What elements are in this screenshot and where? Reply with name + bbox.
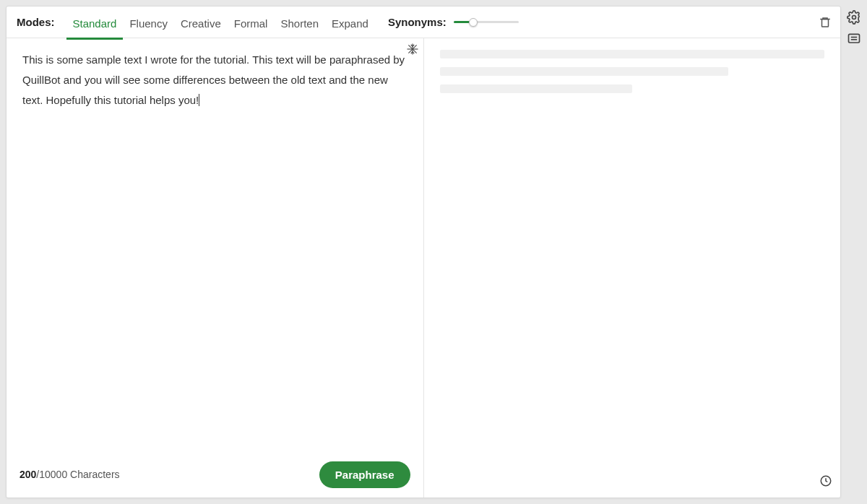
synonyms-label: Synonyms: [388,16,447,28]
slider-thumb[interactable] [469,18,478,27]
tab-shorten[interactable]: Shorten [274,9,325,40]
input-panel: This is some sample text I wrote for the… [7,38,424,498]
tab-fluency[interactable]: Fluency [123,9,174,40]
placeholder-line [440,67,728,76]
paraphrase-button[interactable]: Paraphrase [319,461,410,488]
input-text-content: This is some sample text I wrote for the… [22,53,405,106]
modes-label: Modes: [17,16,55,28]
output-placeholder [424,38,841,113]
input-footer: 200/10000 Characters Paraphrase [7,457,423,498]
tab-creative[interactable]: Creative [174,9,228,40]
input-textarea[interactable]: This is some sample text I wrote for the… [7,38,423,122]
svg-point-6 [853,16,856,19]
output-footer [811,464,840,498]
tab-formal[interactable]: Formal [228,9,275,40]
char-count-suffix: Characters [67,469,119,480]
header-bar: Modes: Standard Fluency Creative Formal … [7,6,840,38]
placeholder-line [440,84,632,93]
svg-rect-0 [822,19,829,27]
svg-rect-7 [849,34,860,43]
output-panel [424,38,841,498]
feedback-icon[interactable] [847,32,861,46]
tab-expand[interactable]: Expand [325,9,375,40]
character-counter: 200/10000 Characters [20,469,120,480]
placeholder-line [440,50,825,58]
tab-standard[interactable]: Standard [66,9,124,40]
trash-icon[interactable] [819,15,832,30]
history-icon[interactable] [819,474,832,487]
char-count-current: 200 [20,469,36,480]
mode-tabs: Standard Fluency Creative Formal Shorten… [66,6,375,38]
panels-body: This is some sample text I wrote for the… [7,38,840,498]
text-cursor [199,94,199,106]
side-rail [845,10,863,46]
synonyms-slider[interactable] [454,15,519,30]
settings-icon[interactable] [847,10,861,25]
freeze-icon[interactable] [406,43,419,56]
char-count-max: 10000 [39,469,67,480]
app-container: Modes: Standard Fluency Creative Formal … [6,6,841,498]
